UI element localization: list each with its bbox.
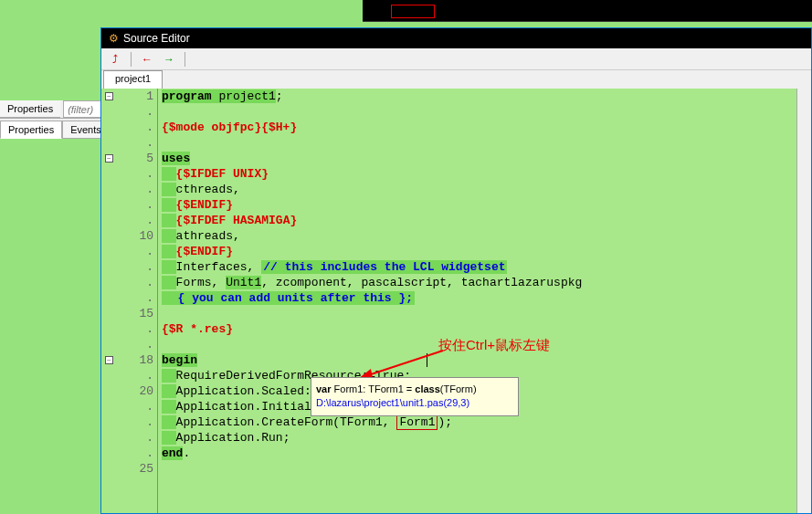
code-tooltip: var Form1: TForm1 = class(TForm) D:\laza… — [311, 377, 519, 416]
external-top-bar — [363, 0, 812, 22]
text-cursor — [427, 353, 427, 367]
code-area[interactable]: program project1; {$mode objfpc}{$H+} us… — [158, 89, 811, 513]
code-line: Forms, Unit1, zcomponent, pascalscript, … — [158, 275, 811, 290]
external-highlight — [391, 5, 435, 18]
fold-icon[interactable]: − — [105, 92, 113, 100]
tooltip-line1: var Form1: TForm1 = class(TForm) — [316, 383, 513, 396]
fold-icon[interactable]: − — [105, 154, 113, 163]
code-line: {$mode objfpc}{$H+} — [158, 120, 811, 135]
code-line — [158, 306, 811, 321]
code-line: {$ENDIF} — [158, 244, 811, 259]
code-line: cthreads, — [158, 182, 811, 197]
separator — [131, 52, 132, 67]
code-line: {$R *.res} — [158, 321, 811, 337]
jump-back-icon[interactable]: ⤴ — [107, 51, 123, 68]
code-line: { you can add units after this }; — [158, 290, 811, 306]
gutter-line: −1 — [101, 89, 157, 104]
gear-icon: ⚙ — [107, 32, 120, 45]
toolbar: ⤴ ← → — [101, 48, 811, 70]
properties-tab-top[interactable]: Properties — [0, 100, 60, 118]
gutter-line: . — [101, 368, 157, 383]
file-tabs: project1 — [101, 70, 811, 89]
tooltip-line2: D:\lazarus\project1\unit1.pas(29,3) — [316, 396, 513, 410]
properties-tab[interactable]: Properties — [0, 121, 62, 139]
gutter-line: . — [101, 290, 157, 306]
gutter-line: . — [101, 337, 157, 352]
gutter-line: . — [101, 213, 157, 228]
gutter-line: . — [101, 244, 157, 259]
titlebar[interactable]: ⚙ Source Editor — [101, 28, 811, 48]
editor-area: −1 . . . −5 . . . . 10 . . . . 15 . . −1… — [101, 89, 811, 513]
gutter-line: −5 — [101, 151, 157, 166]
separator — [185, 52, 185, 67]
vertical-scrollbar[interactable] — [796, 89, 811, 513]
nav-back-icon[interactable]: ← — [139, 51, 155, 68]
fold-icon[interactable]: − — [105, 356, 113, 364]
code-line — [158, 461, 811, 477]
code-line: program project1; — [158, 89, 811, 104]
code-line: Application.Run; — [158, 430, 811, 446]
gutter-line: 20 — [101, 383, 157, 399]
window-title: Source Editor — [123, 32, 190, 45]
code-line: athreads, — [158, 228, 811, 244]
gutter-line: . — [101, 120, 157, 135]
gutter-line: . — [101, 275, 157, 290]
gutter-line: −18 — [101, 352, 157, 368]
code-line — [158, 135, 811, 151]
nav-forward-icon[interactable]: → — [161, 51, 177, 68]
annotation-text: 按住Ctrl+鼠标左键 — [438, 337, 550, 354]
code-line: {$IFDEF UNIX} — [158, 166, 811, 182]
gutter-line: 10 — [101, 228, 157, 244]
gutter-line: 25 — [101, 461, 157, 477]
source-editor-window: ⚙ Source Editor ⤴ ← → project1 −1 . . . … — [100, 27, 812, 514]
gutter-line: . — [101, 430, 157, 446]
tab-project1[interactable]: project1 — [103, 70, 163, 89]
code-line: Interfaces, // this includes the LCL wid… — [158, 259, 811, 275]
gutter-line: . — [101, 104, 157, 120]
code-line: begin — [158, 352, 811, 368]
gutter-line: . — [101, 414, 157, 430]
gutter-line: . — [101, 321, 157, 337]
gutter-line — [101, 477, 157, 492]
code-line — [158, 104, 811, 120]
code-line: end. — [158, 446, 811, 461]
gutter-line: . — [101, 259, 157, 275]
gutter-line: . — [101, 399, 157, 414]
code-line: {$IFDEF HASAMIGA} — [158, 213, 811, 228]
gutter-line: 15 — [101, 306, 157, 321]
gutter-line: . — [101, 197, 157, 213]
gutter-line: . — [101, 135, 157, 151]
code-line: uses — [158, 151, 811, 166]
gutter-line: . — [101, 166, 157, 182]
gutter-line: . — [101, 446, 157, 461]
code-line: {$ENDIF} — [158, 197, 811, 213]
ctrl-click-identifier[interactable]: Form1 — [396, 414, 438, 430]
gutter: −1 . . . −5 . . . . 10 . . . . 15 . . −1… — [101, 89, 158, 513]
gutter-line: . — [101, 182, 157, 197]
code-line: Application.CreateForm(TForm1, Form1); — [158, 414, 811, 430]
